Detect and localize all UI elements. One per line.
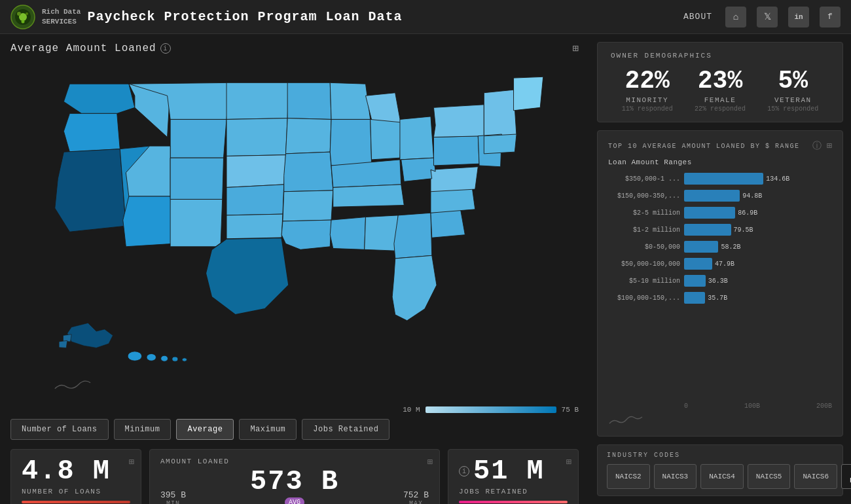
map-table-icon[interactable]: ⊞ xyxy=(572,42,579,55)
avg-badge: AVG xyxy=(285,497,304,504)
industry-section: INDUSTRY CODES NAICS2NAICS3NAICS4NAICS5N… xyxy=(597,444,843,496)
bar-row: $50,000-100,00047.9B xyxy=(608,257,832,271)
stats-row: ⊞ 4.8 M NUMBER OF LOANS ⊞ AMOUNT LOANED … xyxy=(10,449,579,504)
demo-minority: 22% MINORITY 11% responded xyxy=(622,69,673,113)
map-header: Average Amount Loaned i ⊞ xyxy=(10,42,579,55)
loans-bar xyxy=(22,501,130,503)
toggle-number-of-loans[interactable]: Number of Loans xyxy=(10,419,109,440)
svg-point-55 xyxy=(161,355,168,361)
amount-max-value: 752 B xyxy=(403,490,429,500)
bar-fill xyxy=(684,241,718,253)
industry-tab-$-range[interactable]: $ Range xyxy=(841,464,851,489)
svg-marker-27 xyxy=(283,190,333,221)
industry-tab-naics3[interactable]: NAICS3 xyxy=(654,464,697,489)
industry-tab-naics4[interactable]: NAICS4 xyxy=(700,464,744,489)
svg-marker-24 xyxy=(287,82,331,119)
demographics-title: OWNER DEMOGRAPHICS xyxy=(611,52,829,60)
bar-value: 36.3B xyxy=(708,278,728,285)
industry-tabs: NAICS2NAICS3NAICS4NAICS5NAICS6$ Range xyxy=(607,464,833,489)
color-scale-bar xyxy=(426,406,556,413)
bar-row: $100,000-150,...35.7B xyxy=(608,291,832,305)
jobs-value: 51 M xyxy=(473,458,545,485)
amount-min-label: MIN xyxy=(160,500,186,504)
loans-value: 4.8 M xyxy=(22,458,130,485)
bar-value: 134.6B xyxy=(766,175,789,183)
svg-marker-30 xyxy=(330,119,371,166)
toggle-row: Number of Loans Minimum Average Maximum … xyxy=(10,419,579,440)
bar-row: $150,000-350,...94.8B xyxy=(608,189,832,203)
svg-marker-43 xyxy=(401,158,435,181)
twitter-icon: 𝕏 xyxy=(764,11,771,22)
about-link[interactable]: ABOUT xyxy=(683,12,712,22)
demographics-card: OWNER DEMOGRAPHICS 22% MINORITY 11% resp… xyxy=(597,42,843,122)
bar-row: $0-50,00058.2B xyxy=(608,240,832,254)
bar-label: $0-50,000 xyxy=(608,243,680,251)
industry-tab-naics6[interactable]: NAICS6 xyxy=(794,464,837,489)
main-layout: Average Amount Loaned i ⊞ xyxy=(0,34,851,504)
twitter-icon-btn[interactable]: 𝕏 xyxy=(757,7,778,27)
svg-marker-28 xyxy=(281,220,331,249)
bar-label: $50,000-100,000 xyxy=(608,261,680,268)
toggle-average[interactable]: Average xyxy=(176,419,234,440)
bar-row: $5-10 million36.3B xyxy=(608,274,832,288)
female-pct: 23% xyxy=(695,69,746,94)
jobs-bar xyxy=(459,501,568,503)
svg-marker-42 xyxy=(431,167,478,192)
bar-label: $100,000-150,... xyxy=(608,295,680,302)
logo-area: Rich Data SERVICES xyxy=(10,5,81,29)
svg-marker-20 xyxy=(226,155,285,188)
facebook-icon: f xyxy=(827,12,833,22)
bar-fill xyxy=(684,258,712,270)
toggle-maximum[interactable]: Maximum xyxy=(239,419,297,440)
svg-marker-17 xyxy=(170,199,223,246)
toggle-minimum[interactable]: Minimum xyxy=(114,419,172,440)
svg-marker-49 xyxy=(484,134,516,154)
header-title: Paycheck Protection Program Loan Data xyxy=(87,9,402,24)
jobs-stat-card: ⊞ i 51 M JOBS RETAINED xyxy=(448,449,579,504)
home-icon-btn[interactable]: ⌂ xyxy=(725,7,746,27)
linkedin-icon: in xyxy=(794,13,803,21)
svg-point-3 xyxy=(17,12,21,16)
industry-tab-naics5[interactable]: NAICS5 xyxy=(748,464,791,489)
industry-tab-naics2[interactable]: NAICS2 xyxy=(607,464,650,489)
amount-details: 395 B MIN 573 B AVG 752 B MAX xyxy=(160,468,429,504)
minority-responded: 11% responded xyxy=(622,105,673,113)
sparkline-icon xyxy=(608,414,647,427)
svg-marker-13 xyxy=(170,119,226,158)
svg-marker-8 xyxy=(63,113,120,152)
toggle-jobs-retained[interactable]: Jobs Retained xyxy=(302,419,389,440)
bar-value: 58.2B xyxy=(721,243,740,251)
bar-table-icon[interactable]: ⊞ xyxy=(827,140,832,152)
demographics-stats: 22% MINORITY 11% responded 23% FEMALE 22… xyxy=(611,69,829,113)
bar-wrap: 35.7B xyxy=(684,292,832,304)
facebook-icon-btn[interactable]: f xyxy=(820,7,841,27)
map-container xyxy=(10,60,579,403)
linkedin-icon-btn[interactable]: in xyxy=(788,7,809,27)
amount-min: 395 B MIN xyxy=(160,490,186,504)
axis-tick: 100B xyxy=(744,403,760,410)
svg-marker-47 xyxy=(514,77,543,111)
svg-marker-45 xyxy=(433,105,484,137)
veteran-pct: 5% xyxy=(767,69,818,94)
bar-fill xyxy=(684,173,763,185)
bar-card-header: TOP 10 AVERAGE AMOUNT LOANED BY $ RANGE … xyxy=(608,140,832,152)
bar-wrap: 36.3B xyxy=(684,275,832,287)
scale-max-label: 75 B xyxy=(562,406,579,414)
female-name: FEMALE xyxy=(695,96,746,104)
amount-table-icon[interactable]: ⊞ xyxy=(427,456,433,467)
home-icon: ⌂ xyxy=(733,12,738,22)
jobs-info-icon[interactable]: i xyxy=(459,466,469,477)
female-responded: 22% responded xyxy=(695,105,746,113)
bar-info-icon[interactable]: ⓘ xyxy=(812,140,822,152)
svg-marker-21 xyxy=(226,185,284,215)
app-header: Rich Data SERVICES Paycheck Protection P… xyxy=(0,0,851,34)
bar-value: 47.9B xyxy=(715,261,734,268)
amount-stat-card: ⊞ AMOUNT LOANED 395 B MIN 573 B AVG 752 … xyxy=(149,449,440,504)
map-info-icon[interactable]: i xyxy=(160,43,171,54)
svg-point-53 xyxy=(128,351,142,361)
jobs-label: JOBS RETAINED xyxy=(459,488,568,495)
loans-table-icon[interactable]: ⊞ xyxy=(129,456,134,467)
svg-marker-38 xyxy=(394,213,432,259)
jobs-table-icon[interactable]: ⊞ xyxy=(566,456,571,467)
map-title: Average Amount Loaned i xyxy=(10,43,171,54)
